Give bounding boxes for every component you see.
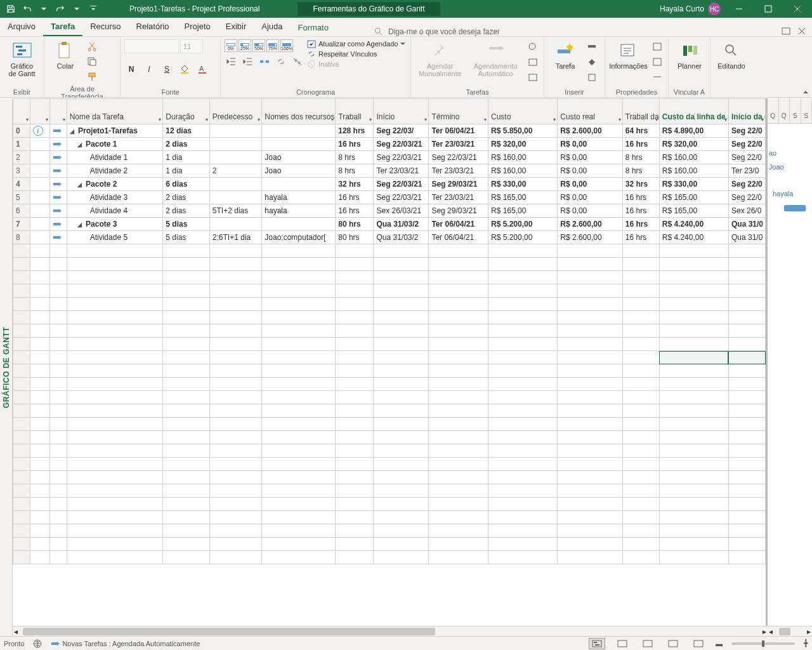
svg-rect-32 [688, 46, 692, 52]
svg-rect-17 [260, 60, 263, 63]
tab-relatório[interactable]: Relatório [129, 19, 177, 36]
user-name: Hayala Curto [660, 4, 704, 13]
svg-rect-5 [18, 50, 26, 51]
svg-rect-6 [17, 53, 22, 55]
svg-rect-7 [59, 44, 69, 58]
svg-rect-21 [489, 47, 501, 50]
caret-down-icon[interactable] [70, 2, 84, 16]
svg-point-34 [726, 45, 733, 53]
caret-down-icon[interactable] [37, 2, 51, 16]
task-star-icon [555, 41, 575, 61]
svg-point-1 [375, 28, 380, 33]
minimize-icon[interactable] [724, 0, 754, 18]
link-icon[interactable] [274, 55, 288, 69]
move-task-icon[interactable] [526, 55, 540, 69]
tell-me-box[interactable]: Diga-me o que você deseja fazer [336, 27, 782, 36]
italic-icon[interactable]: I [142, 62, 156, 76]
tab-projeto[interactable]: Projeto [177, 19, 218, 36]
progress-0%-button[interactable]: 0% [225, 39, 237, 52]
paste-button[interactable]: Colar [48, 39, 82, 71]
undo-icon[interactable] [20, 2, 34, 16]
pin-icon [430, 41, 450, 61]
schedule-auto-button: Agendamento Automático [468, 39, 523, 79]
tab-ajuda[interactable]: Ajuda [254, 19, 290, 36]
font-size-box[interactable]: 11 [180, 39, 203, 53]
svg-rect-12 [90, 60, 96, 65]
clipboard-icon [55, 41, 75, 61]
search-icon [721, 41, 742, 61]
maximize-icon[interactable] [754, 0, 783, 18]
tab-exibir[interactable]: Exibir [218, 19, 254, 36]
svg-rect-26 [588, 45, 596, 48]
collapse-ribbon-icon[interactable] [802, 88, 809, 96]
svg-rect-2 [782, 28, 790, 34]
user-avatar[interactable]: HC [708, 3, 721, 15]
split-task-icon[interactable] [258, 55, 272, 69]
save-icon[interactable] [4, 2, 18, 16]
tab-format[interactable]: Formato [291, 20, 336, 36]
milestone-icon[interactable] [585, 55, 599, 69]
underline-icon[interactable]: S [160, 62, 174, 76]
tab-tarefa[interactable]: Tarefa [43, 19, 82, 36]
svg-rect-30 [653, 58, 661, 65]
indent-icon[interactable] [241, 55, 255, 69]
titlebar: Projeto1-Tarefas - Project Professional … [0, 0, 812, 18]
qa-customize-icon[interactable] [86, 2, 100, 16]
svg-rect-13 [89, 73, 95, 77]
gantt-chart-icon [12, 41, 32, 61]
update-as-scheduled-button[interactable]: Atualizar como Agendado [307, 39, 405, 48]
progress-75%-button[interactable]: 75% [266, 39, 279, 52]
svg-rect-28 [621, 44, 634, 56]
document-title: Projeto1-Tarefas - Project Professional [104, 4, 285, 13]
unlink-icon[interactable] [291, 55, 304, 69]
cut-icon[interactable] [85, 39, 99, 53]
menubar: ArquivoTarefaRecursoRelatórioProjetoExib… [0, 18, 812, 37]
font-family-box[interactable] [124, 39, 179, 53]
context-tool-tab[interactable]: Ferramentas do Gráfico de Gantt [298, 2, 440, 16]
outdent-icon[interactable] [225, 55, 239, 69]
fill-color-icon[interactable] [178, 62, 192, 76]
svg-rect-31 [683, 46, 687, 56]
summary-task-icon[interactable] [585, 39, 599, 53]
editing-button[interactable]: Editando [714, 39, 749, 71]
svg-rect-14 [181, 72, 188, 74]
deliverable-icon[interactable] [585, 70, 599, 84]
notes-icon[interactable] [650, 39, 664, 53]
copy-icon[interactable] [85, 55, 99, 69]
svg-rect-16 [199, 72, 206, 74]
progress-50%-button[interactable]: 50% [252, 39, 265, 52]
inspect-icon[interactable] [526, 39, 540, 53]
link-icon [307, 50, 316, 58]
font-color-icon[interactable]: A [195, 62, 209, 76]
auto-schedule-icon [485, 41, 506, 61]
insert-task-button[interactable]: Tarefa [548, 39, 582, 71]
schedule-manual-button: Agendar Manualmente [415, 39, 465, 79]
gantt-chart-button[interactable]: Gráfico de Gantt [4, 39, 40, 79]
svg-point-22 [529, 43, 535, 50]
respect-links-button[interactable]: Respeitar Vínculos [307, 50, 405, 58]
svg-rect-29 [653, 43, 661, 50]
progress-100%-button[interactable]: 100% [280, 39, 293, 52]
ribbon-display-icon[interactable] [782, 27, 790, 36]
svg-rect-0 [765, 6, 771, 12]
planner-button[interactable]: Planner [672, 39, 707, 71]
progress-25%-button[interactable]: 25% [239, 39, 251, 52]
calendar-check-icon [307, 39, 316, 48]
redo-icon[interactable] [53, 2, 67, 16]
window-close-icon[interactable] [798, 27, 806, 36]
format-painter-icon[interactable] [85, 70, 99, 84]
inactive-icon [307, 60, 316, 69]
tab-recurso[interactable]: Recurso [82, 19, 128, 36]
svg-rect-24 [529, 74, 537, 81]
details-icon[interactable] [650, 55, 664, 69]
information-button[interactable]: Informações [609, 39, 648, 71]
svg-rect-33 [693, 46, 697, 55]
tab-arquivo[interactable]: Arquivo [0, 19, 43, 36]
mode-icon[interactable] [526, 70, 540, 84]
close-icon[interactable] [783, 0, 812, 18]
ribbon: Gráfico de Gantt Exibir Colar Área de Tr… [0, 37, 812, 98]
planner-icon [679, 41, 700, 61]
svg-rect-18 [266, 60, 269, 63]
timeline-icon[interactable] [650, 70, 664, 84]
bold-icon[interactable]: N [124, 62, 138, 76]
